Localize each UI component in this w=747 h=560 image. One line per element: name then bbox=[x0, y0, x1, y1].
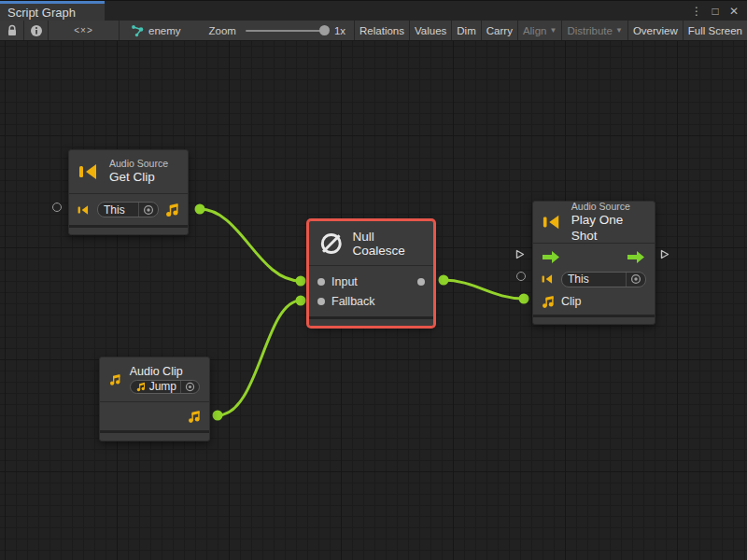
clip-object-field[interactable]: Jump bbox=[130, 380, 200, 394]
audio-clip-icon bbox=[136, 382, 146, 392]
get-clip-target-port[interactable] bbox=[52, 203, 62, 212]
wire-end-dot[interactable] bbox=[439, 275, 449, 286]
node-null-coalesce[interactable]: Null Coalesce Input Fallback bbox=[308, 220, 434, 327]
audio-clip-icon[interactable] bbox=[165, 203, 179, 217]
null-icon bbox=[318, 230, 345, 258]
chevron-down-icon: ▼ bbox=[615, 26, 623, 35]
fallback-port[interactable] bbox=[317, 298, 325, 305]
lock-icon bbox=[7, 24, 18, 36]
carry-button[interactable]: Carry bbox=[482, 21, 518, 40]
info-icon bbox=[30, 24, 43, 37]
node-header: Audio Source Play One Shot bbox=[533, 202, 655, 244]
flow-out-arrow-icon[interactable] bbox=[627, 250, 646, 264]
menu-icon[interactable]: ⋮ bbox=[689, 4, 704, 19]
node-title: Get Clip bbox=[109, 170, 168, 186]
node-footer bbox=[100, 430, 209, 441]
close-icon[interactable]: ✕ bbox=[726, 4, 741, 19]
zoom-label: Zoom bbox=[209, 25, 236, 36]
script-graph-window: Script Graph ⋮ □ ✕ <×> bbox=[0, 0, 747, 560]
object-picker-icon[interactable] bbox=[180, 381, 195, 393]
node-title: Null Coalesce bbox=[353, 230, 424, 258]
port-label: Input bbox=[331, 275, 358, 288]
zoom-slider-handle[interactable] bbox=[319, 25, 330, 35]
wire-audioclip-to-fallback[interactable] bbox=[218, 301, 301, 415]
object-picker-icon[interactable] bbox=[626, 273, 641, 287]
audio-source-icon bbox=[78, 162, 101, 181]
toolbar-middle: enemy Zoom 1x bbox=[120, 21, 355, 40]
graph-name-label: enemy bbox=[148, 25, 181, 36]
zoom-value: 1x bbox=[334, 25, 345, 36]
this-dropdown[interactable]: This bbox=[97, 202, 159, 217]
maximize-icon[interactable]: □ bbox=[708, 4, 723, 19]
wire-end-dot[interactable] bbox=[519, 294, 529, 304]
flow-out-port[interactable] bbox=[658, 248, 670, 260]
wire-end-dot[interactable] bbox=[296, 296, 306, 306]
wire-end-dot[interactable] bbox=[195, 204, 205, 215]
audio-clip-icon bbox=[109, 368, 121, 392]
tab-title: Script Graph bbox=[7, 6, 76, 20]
dim-button[interactable]: Dim bbox=[452, 21, 481, 40]
window-controls: ⋮ □ ✕ bbox=[689, 1, 747, 21]
port-label: Fallback bbox=[331, 295, 375, 308]
code-preview-button[interactable]: <×> bbox=[49, 21, 120, 40]
port-label: Clip bbox=[561, 295, 582, 308]
flow-in-arrow-icon[interactable] bbox=[542, 250, 561, 264]
info-button[interactable] bbox=[24, 21, 49, 40]
values-button[interactable]: Values bbox=[410, 21, 452, 40]
lock-button[interactable] bbox=[0, 21, 24, 40]
tab-script-graph[interactable]: Script Graph bbox=[0, 1, 105, 21]
audio-source-icon bbox=[78, 204, 91, 216]
full-screen-button[interactable]: Full Screen bbox=[684, 21, 747, 40]
tab-bar: Script Graph ⋮ □ ✕ bbox=[0, 0, 747, 21]
flow-in-port[interactable] bbox=[514, 248, 526, 260]
audio-clip-icon[interactable] bbox=[542, 295, 555, 309]
node-category: Audio Source bbox=[571, 201, 645, 213]
node-footer bbox=[309, 316, 433, 326]
graph-breadcrumb[interactable]: enemy bbox=[131, 24, 181, 37]
node-title: Play One Shot bbox=[571, 213, 645, 245]
object-picker-icon[interactable] bbox=[138, 203, 154, 217]
node-header: Audio Clip Jump bbox=[100, 357, 209, 402]
wire-end-dot[interactable] bbox=[213, 411, 223, 421]
node-category: Audio Source bbox=[109, 158, 168, 170]
relations-button[interactable]: Relations bbox=[355, 21, 410, 40]
graph-icon bbox=[131, 24, 144, 37]
audio-source-icon bbox=[543, 213, 563, 231]
audio-source-icon bbox=[542, 273, 555, 285]
graph-toolbar: <×> enemy Zoom 1x Relations Values Dim bbox=[0, 21, 747, 41]
node-footer bbox=[69, 225, 188, 234]
code-icon: <×> bbox=[74, 25, 93, 35]
align-button[interactable]: Align ▼ bbox=[518, 21, 563, 40]
node-title: Audio Clip bbox=[130, 365, 200, 380]
this-dropdown[interactable]: This bbox=[561, 272, 646, 287]
overview-button[interactable]: Overview bbox=[628, 21, 684, 40]
graph-canvas[interactable]: Audio Source Get Clip This bbox=[0, 41, 747, 560]
node-play-one-shot[interactable]: Audio Source Play One Shot This bbox=[532, 201, 655, 325]
node-footer bbox=[533, 315, 655, 324]
node-get-clip[interactable]: Audio Source Get Clip This bbox=[68, 149, 189, 235]
input-port[interactable] bbox=[317, 278, 325, 286]
wire-end-dot[interactable] bbox=[296, 276, 306, 287]
chevron-down-icon: ▼ bbox=[549, 26, 557, 35]
node-header: Audio Source Get Clip bbox=[69, 150, 188, 194]
distribute-button[interactable]: Distribute ▼ bbox=[562, 21, 628, 40]
play-one-shot-target-port[interactable] bbox=[516, 272, 526, 281]
node-header: Null Coalesce bbox=[309, 221, 433, 266]
wire-getclip-to-input[interactable] bbox=[200, 209, 301, 281]
node-audio-clip[interactable]: Audio Clip Jump bbox=[99, 357, 210, 441]
zoom-slider[interactable] bbox=[246, 30, 326, 32]
wire-null-to-clip[interactable] bbox=[444, 280, 524, 299]
audio-clip-output-icon[interactable] bbox=[188, 410, 201, 424]
output-port[interactable] bbox=[417, 278, 425, 286]
